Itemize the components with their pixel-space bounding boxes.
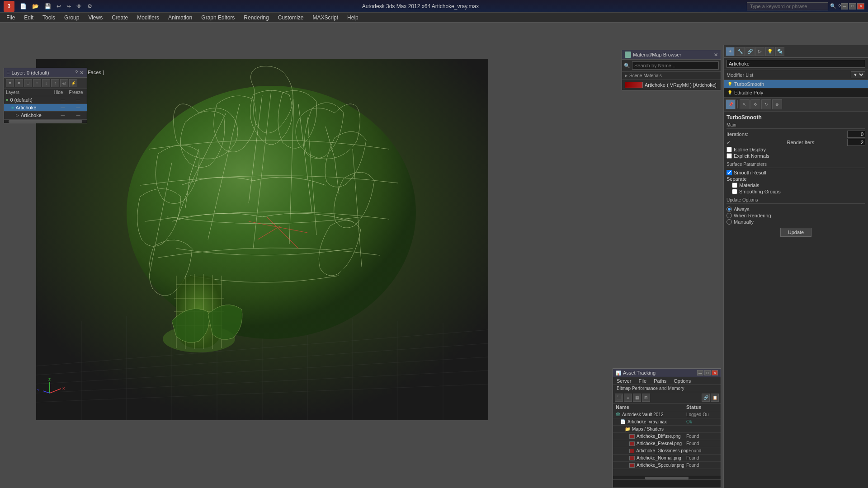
at-row-max-file[interactable]: 📄 Artichoke_vray.max Ok	[613, 418, 721, 426]
settings-icon[interactable]: ⚙	[85, 2, 94, 10]
menu-customize[interactable]: Customize	[274, 14, 308, 22]
at-row-maps[interactable]: 📁 Maps / Shaders	[613, 426, 721, 433]
explicit-normals-checkbox[interactable]	[726, 153, 732, 159]
motion-panel-icon[interactable]: ▷	[755, 47, 764, 56]
redo-icon[interactable]: ↪	[65, 2, 73, 10]
menu-edit[interactable]: Edit	[19, 14, 38, 22]
mat-browser-close[interactable]: ✕	[714, 52, 718, 58]
manually-radio[interactable]	[726, 219, 732, 225]
layers-close-button[interactable]: ✕	[80, 70, 84, 76]
save-icon[interactable]: 💾	[42, 2, 53, 10]
at-menu-server[interactable]: Server	[613, 377, 635, 385]
minimize-button[interactable]: —	[841, 3, 848, 9]
display-panel-icon[interactable]: 💡	[765, 47, 774, 56]
at-row-fresnel[interactable]: Artichoke_Fresnel.png Found	[613, 440, 721, 447]
right-panel-toolbar: ✦ 🔧 🔗 ▷ 💡 🔩	[724, 45, 868, 58]
pin-icon-btn[interactable]: 📌	[726, 99, 736, 109]
at-tool-3[interactable]: ▦	[633, 394, 641, 402]
menu-maxscript[interactable]: MAXScript	[308, 14, 343, 22]
menu-file[interactable]: File	[2, 14, 19, 22]
modify-panel-icon[interactable]: 🔧	[736, 47, 745, 56]
layer-row-default[interactable]: ■ 0 (default) — —	[4, 96, 87, 104]
iterations-input[interactable]	[847, 131, 865, 138]
update-button[interactable]: Update	[780, 228, 811, 237]
isoline-checkbox[interactable]	[726, 147, 732, 152]
search-icon[interactable]: 🔍	[830, 3, 836, 9]
object-name-field[interactable]	[726, 60, 865, 68]
menu-animation[interactable]: Animation	[164, 14, 197, 22]
svg-text:X: X	[62, 386, 65, 390]
modifier-dropdown[interactable]: ▼	[851, 71, 865, 78]
layers-tool-2[interactable]: ✕	[15, 79, 23, 87]
when-rendering-radio[interactable]	[726, 213, 732, 218]
when-rendering-option[interactable]: When Rendering	[726, 212, 865, 219]
modifier-turbosmooth[interactable]: 💡 TurboSmooth	[724, 80, 868, 89]
at-row-normal[interactable]: Artichoke_Normal.png Found	[613, 455, 721, 462]
at-scrollbar-thumb[interactable]	[645, 477, 688, 479]
at-maximize-btn[interactable]: □	[704, 370, 711, 375]
smooth-result-checkbox[interactable]	[726, 170, 732, 175]
layers-tool-3[interactable]: □	[24, 79, 32, 87]
render-iters-input[interactable]	[847, 139, 865, 146]
move-icon-btn[interactable]: ✥	[750, 99, 760, 109]
utilities-panel-icon[interactable]: 🔩	[775, 47, 784, 56]
at-col-header: Name Status	[613, 404, 721, 411]
menu-views[interactable]: Views	[84, 14, 107, 22]
search-input[interactable]	[747, 2, 828, 10]
menu-rendering[interactable]: Rendering	[239, 14, 273, 22]
layers-scrollbar-thumb[interactable]	[9, 120, 82, 123]
modifier-editable-poly[interactable]: 💡 Editable Poly	[724, 89, 868, 97]
select-icon-btn[interactable]: ↖	[740, 99, 750, 109]
mat-search-input[interactable]	[632, 61, 719, 70]
menu-modifiers[interactable]: Modifiers	[132, 14, 164, 22]
at-row-vault[interactable]: 🏛 Autodesk Vault 2012 Logged Ou	[613, 411, 721, 418]
at-scrollbar[interactable]	[613, 476, 721, 479]
layers-tool-1[interactable]: ≡	[6, 79, 14, 87]
rotate-icon-btn[interactable]: ↻	[761, 99, 771, 109]
menu-help[interactable]: Help	[343, 14, 363, 22]
at-minimize-btn[interactable]: —	[697, 370, 703, 375]
at-row-specular[interactable]: Artichoke_Specular.png Found	[613, 462, 721, 469]
always-option[interactable]: Always	[726, 206, 865, 212]
smoothing-groups-checkbox[interactable]	[732, 189, 737, 194]
mat-item[interactable]: Artichoke ( VRayMtl ) [Artichoke]	[622, 80, 721, 90]
menu-create[interactable]: Create	[107, 14, 132, 22]
layer-row-artichoke[interactable]: ■ Artichoke — —	[4, 104, 87, 112]
hierarchy-panel-icon[interactable]: 🔗	[745, 47, 755, 56]
always-radio[interactable]	[726, 206, 732, 212]
layers-help-icon[interactable]: ?	[75, 70, 78, 76]
at-row-diffuse[interactable]: Artichoke_Diffuse.png Found	[613, 433, 721, 440]
layers-scrollbar[interactable]	[4, 119, 87, 123]
menu-tools[interactable]: Tools	[38, 14, 60, 22]
layers-tool-5[interactable]: ↓	[42, 79, 50, 87]
menu-group[interactable]: Group	[60, 14, 84, 22]
mat-color-swatch	[625, 82, 643, 88]
render-iters-label: ✓	[726, 140, 785, 145]
maximize-button[interactable]: □	[849, 3, 856, 9]
layers-tool-4[interactable]: +	[33, 79, 41, 87]
at-menu-options[interactable]: Options	[670, 377, 694, 385]
open-icon[interactable]: 📂	[30, 2, 41, 10]
at-tool-5[interactable]: 🔗	[702, 394, 710, 402]
view-icon[interactable]: 👁	[75, 2, 84, 10]
at-close-btn[interactable]: ✕	[712, 370, 718, 375]
layers-tool-8[interactable]: ⚡	[69, 79, 77, 87]
materials-checkbox[interactable]	[732, 183, 737, 188]
at-tool-2[interactable]: ≡	[624, 394, 632, 402]
undo-icon[interactable]: ↩	[55, 2, 63, 10]
layers-tool-7[interactable]: ◎	[60, 79, 68, 87]
scale-icon-btn[interactable]: ⊕	[772, 99, 782, 109]
close-button[interactable]: ✕	[857, 3, 864, 9]
at-menu-file[interactable]: File	[635, 377, 650, 385]
create-panel-icon[interactable]: ✦	[726, 47, 735, 56]
layers-tool-6[interactable]: ↑	[51, 79, 59, 87]
layer-row-artichoke-child[interactable]: ▷ Artichoke — —	[4, 112, 87, 119]
at-row-glossiness[interactable]: Artichoke_Glossiness.png Found	[613, 447, 721, 455]
at-tool-1[interactable]: ⬛	[615, 394, 623, 402]
at-tool-4[interactable]: ⊞	[642, 394, 650, 402]
manually-option[interactable]: Manually	[726, 219, 865, 225]
menu-graph-editors[interactable]: Graph Editors	[197, 14, 239, 22]
new-icon[interactable]: 📄	[18, 2, 28, 10]
at-tool-6[interactable]: 📋	[711, 394, 719, 402]
at-menu-paths[interactable]: Paths	[650, 377, 670, 385]
